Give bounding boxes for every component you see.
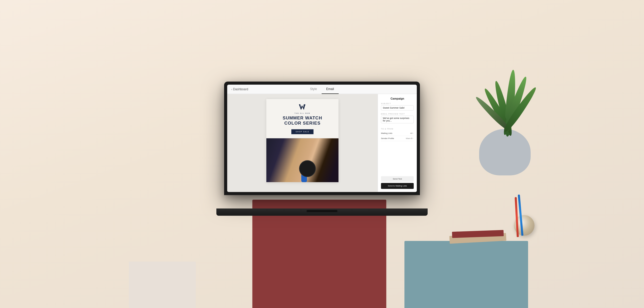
email-preview-pane: THE ALL NEW SUMMER WATCH COLOR SERIES SH…: [227, 94, 378, 192]
watch-image: [266, 138, 338, 182]
tab-email[interactable]: Email: [321, 85, 338, 94]
plant-leaves: [469, 8, 541, 137]
app-content: THE ALL NEW SUMMER WATCH COLOR SERIES SH…: [227, 94, 417, 192]
laptop-base: [216, 208, 428, 216]
laptop-screen: ‹ Dashboard Style Email: [227, 85, 417, 192]
send-test-button[interactable]: Send Test: [381, 176, 414, 182]
send-to-mailing-lists-button[interactable]: Send to Mailing Lists: [381, 183, 414, 189]
shop-sale-button[interactable]: SHOP SALE: [291, 129, 313, 134]
mailing-lists-label: Mailing Lists: [381, 132, 392, 134]
decorative-block-red: [252, 200, 386, 308]
preview-text-label: EMAIL PREVIEW TEXT: [381, 113, 414, 115]
laptop-screen-outer: ‹ Dashboard Style Email: [224, 82, 420, 195]
subject-input[interactable]: Sweet Summer Sale!: [381, 105, 414, 110]
back-label: Dashboard: [233, 87, 248, 91]
mailing-lists-chevron-icon: ›: [413, 132, 414, 134]
notebooks-decoration: [450, 227, 522, 242]
tab-style[interactable]: Style: [306, 85, 322, 94]
subject-label: SUBJECT: [381, 103, 414, 104]
brand-logo-icon: [299, 104, 306, 110]
sender-profile-label: Sender Profile: [381, 137, 394, 140]
mailing-lists-row[interactable]: Mailing Lists All ›: [381, 131, 414, 136]
panel-title: Campaign: [381, 97, 414, 100]
back-chevron-icon: ‹: [231, 88, 232, 91]
tab-group: Style Email: [306, 85, 339, 94]
sender-profile-chevron-icon: ›: [413, 137, 414, 140]
app-topbar: ‹ Dashboard Style Email: [227, 85, 417, 94]
to-from-section-label: TO & FROM: [381, 128, 414, 130]
subject-field-group: SUBJECT Sweet Summer Sale!: [381, 103, 414, 110]
preview-text-field-group: EMAIL PREVIEW TEXT We've got some surpri…: [381, 113, 414, 123]
email-headline: SUMMER WATCH COLOR SERIES: [283, 116, 322, 126]
campaign-panel: Campaign SUBJECT Sweet Summer Sale! EMAI…: [378, 94, 417, 192]
sender-profile-row[interactable]: Sender Profile Mara B ›: [381, 136, 414, 141]
laptop: ‹ Dashboard Style Email: [224, 82, 420, 216]
decorative-block-white: [129, 262, 196, 308]
watch-face: [299, 160, 316, 177]
plant-decoration: [456, 0, 554, 181]
mailing-lists-value: All ›: [410, 132, 414, 134]
preview-text-input[interactable]: We've got some surprises for you...: [381, 116, 414, 123]
back-button[interactable]: ‹ Dashboard: [231, 87, 248, 91]
decorative-block-teal: [404, 241, 528, 308]
email-card: THE ALL NEW SUMMER WATCH COLOR SERIES SH…: [266, 99, 338, 182]
email-tagline: THE ALL NEW: [294, 112, 310, 114]
email-header: THE ALL NEW SUMMER WATCH COLOR SERIES SH…: [266, 99, 338, 138]
sender-profile-value: Mara B ›: [406, 137, 414, 140]
svg-marker-0: [299, 104, 305, 110]
